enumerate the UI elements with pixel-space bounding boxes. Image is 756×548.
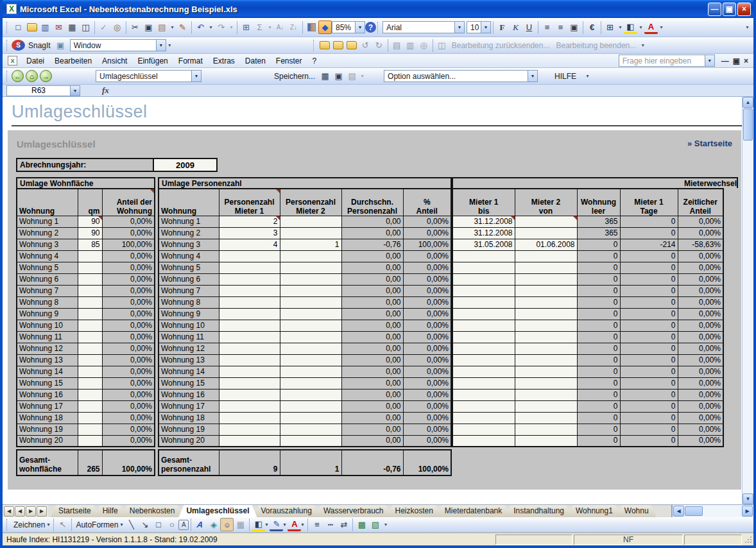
zoom-select[interactable]: 85% ▾ (332, 21, 365, 33)
underline-icon[interactable]: U (522, 21, 536, 34)
cell[interactable]: 01.06.2008 (515, 239, 577, 250)
column-header[interactable]: Mieter 1 bis (452, 189, 515, 216)
scroll-track[interactable] (743, 141, 753, 493)
cell[interactable]: 0 (620, 435, 678, 447)
sheet-tab-wasserverbrauch[interactable]: Wasserverbrauch (316, 505, 391, 517)
font-color-icon[interactable]: A (644, 21, 658, 34)
minimize-button[interactable]: — (708, 3, 721, 16)
cell[interactable] (78, 331, 102, 343)
cell[interactable]: 0,00% (403, 262, 451, 273)
cell[interactable]: 0,00 (341, 250, 403, 262)
cell[interactable]: 0,00% (678, 262, 723, 273)
cell[interactable] (452, 262, 515, 273)
chevron-down-icon[interactable]: ▾ (301, 522, 305, 527)
cell[interactable]: 0 (577, 273, 620, 285)
toolbar-grip[interactable] (6, 22, 9, 33)
cell[interactable]: 0,00 (341, 285, 403, 296)
sheet-navigation-select[interactable]: Umlageschlüssel ▾ (96, 70, 202, 82)
horizontal-scrollbar[interactable]: ◀ ▶ (671, 505, 753, 517)
undo-dropdown-icon[interactable]: ▾ (207, 21, 214, 34)
cell[interactable] (219, 331, 280, 343)
cell[interactable] (280, 343, 341, 354)
insert-function-icon[interactable]: fx (102, 85, 109, 96)
cell[interactable]: 0 (620, 331, 678, 343)
cell[interactable]: 0,00% (678, 250, 723, 262)
first-sheet-icon[interactable]: ◀ (4, 506, 14, 517)
cell[interactable]: 0,00% (678, 400, 723, 412)
cell[interactable] (452, 273, 515, 285)
last-sheet-icon[interactable]: ▶ (37, 506, 47, 517)
cell[interactable]: 4 (219, 239, 280, 250)
autosum-icon[interactable]: Σ (253, 21, 266, 34)
autosum-dropdown-icon[interactable]: ▾ (266, 21, 273, 34)
sheet-tab-heizkosten[interactable]: Heizkosten (387, 505, 440, 517)
cell[interactable] (515, 400, 577, 412)
print-preview-icon[interactable]: ◫ (79, 21, 92, 34)
cell[interactable] (78, 285, 102, 296)
textbox-icon[interactable]: A (178, 520, 189, 530)
dash-style-icon[interactable]: ┅ (323, 518, 337, 531)
cell[interactable]: Wohnung 6 (17, 273, 78, 285)
cell[interactable] (219, 273, 280, 285)
toolbar-grip[interactable] (6, 40, 9, 51)
horizontal-scroll-thumb[interactable] (685, 506, 703, 516)
cell[interactable] (78, 262, 102, 273)
zeichnen-menu-button[interactable]: Zeichnen (12, 520, 47, 529)
cell[interactable]: 0 (620, 216, 678, 227)
question-input[interactable]: Frage hier eingeben ▾ (619, 55, 715, 67)
fill-color-dropdown-icon[interactable]: ▾ (637, 21, 644, 34)
cell[interactable]: 0 (577, 296, 620, 308)
cell[interactable] (219, 308, 280, 320)
redo-dropdown-icon[interactable]: ▾ (228, 21, 235, 34)
open-icon[interactable] (25, 21, 39, 34)
cell[interactable]: 0,00 (341, 435, 403, 447)
save-version-icon[interactable] (332, 39, 345, 52)
chevron-down-icon[interactable]: ▾ (705, 55, 714, 66)
cell[interactable]: 0,00% (102, 273, 155, 285)
cell[interactable] (219, 296, 280, 308)
sheet-tab-vorauszahlung[interactable]: Vorauszahlung (253, 505, 319, 517)
cell[interactable]: 0 (620, 343, 678, 354)
cell[interactable]: Wohnung 12 (17, 343, 78, 354)
menu-item-format[interactable]: Format (173, 55, 208, 67)
sheet-tab-hilfe[interactable]: Hilfe (95, 505, 126, 517)
restore-button[interactable]: ▣ (723, 3, 736, 16)
cell[interactable] (280, 377, 341, 389)
name-box[interactable]: R63 (6, 85, 71, 96)
cell[interactable]: 0 (577, 343, 620, 354)
cell[interactable]: Wohnung 13 (17, 354, 78, 366)
autoformen-menu-button[interactable]: AutoFormen (74, 520, 120, 529)
menu-item-einfgen[interactable]: Einfügen (132, 55, 173, 67)
save-attachment-icon[interactable]: ▥ (404, 39, 417, 52)
cell[interactable]: Wohnung 10 (159, 320, 219, 331)
column-header[interactable]: Anteil der Wohnung (102, 189, 155, 216)
chevron-down-icon[interactable]: ▾ (283, 522, 288, 527)
cell[interactable]: Wohnung 7 (159, 285, 219, 296)
toolbar-grip[interactable] (313, 40, 316, 51)
cell[interactable]: 0,00% (102, 262, 155, 273)
cell[interactable] (280, 412, 341, 424)
cell[interactable]: 0,00% (403, 412, 451, 424)
hyperlink-icon[interactable]: ⊞ (239, 21, 253, 34)
cell[interactable]: 0,00% (403, 343, 451, 354)
cell[interactable]: 3 (219, 227, 280, 239)
cell[interactable]: Wohnung 2 (17, 227, 78, 239)
cut-icon[interactable]: ✂ (128, 21, 142, 34)
cell[interactable]: 0 (620, 308, 678, 320)
cell[interactable]: 0 (577, 435, 620, 447)
chevron-down-icon[interactable]: ▾ (481, 22, 490, 33)
cell[interactable] (452, 331, 515, 343)
cell[interactable]: 0,00 (341, 366, 403, 377)
cell[interactable]: Wohnung 8 (17, 296, 78, 308)
cell[interactable] (452, 412, 515, 424)
cell[interactable]: 0,00% (403, 435, 451, 447)
cell[interactable]: 0 (620, 400, 678, 412)
toolbar-options-icon[interactable]: ▾ (382, 518, 389, 531)
cell[interactable] (280, 227, 341, 239)
cell[interactable]: Wohnung 4 (17, 250, 78, 262)
cell[interactable]: 0,00% (678, 377, 723, 389)
copy-icon[interactable]: ▣ (332, 69, 345, 83)
cell[interactable] (280, 354, 341, 366)
chevron-down-icon[interactable]: ▾ (528, 71, 537, 81)
column-header[interactable]: Mieter 1 Tage (620, 189, 678, 216)
